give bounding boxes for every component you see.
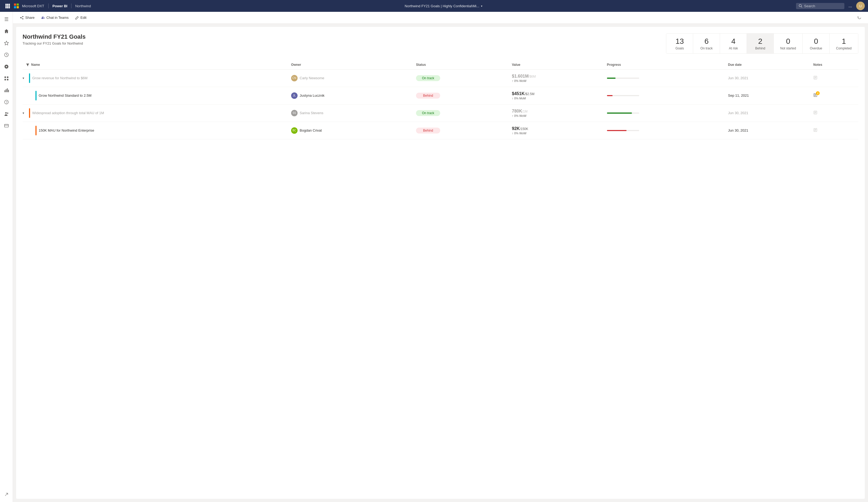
- owner-cell: JL Justyna Lucznik: [291, 92, 410, 99]
- owner-avatar: CN: [291, 75, 298, 81]
- svg-rect-19: [7, 88, 8, 92]
- value-cell: 780K/1M ↑ 0% WoW: [512, 109, 600, 117]
- svg-marker-11: [4, 41, 8, 45]
- share-button[interactable]: Share: [17, 14, 37, 21]
- sidebar-item-metrics[interactable]: [1, 85, 12, 96]
- expand-button[interactable]: ▾: [22, 76, 27, 80]
- svg-rect-1: [7, 4, 8, 5]
- search-input[interactable]: [804, 4, 836, 8]
- stat-card-not-started[interactable]: 0 Not started: [774, 33, 803, 53]
- target-value: /150K: [520, 127, 528, 131]
- sidebar-item-home[interactable]: [1, 26, 12, 37]
- stat-label: At risk: [726, 47, 740, 50]
- doc-title[interactable]: Northwind FY21 Goals | Highly Confidenti…: [93, 4, 794, 8]
- svg-line-10: [801, 7, 802, 8]
- stat-card-at-risk[interactable]: 4 At risk: [720, 33, 747, 53]
- stat-card-on-track[interactable]: 6 On track: [693, 33, 720, 53]
- stat-card-behind[interactable]: 2 Behind: [747, 33, 774, 53]
- workspace-name[interactable]: Northwind: [75, 4, 91, 8]
- sidebar-item-hamburger[interactable]: ☰: [1, 14, 12, 25]
- doc-title-chevron[interactable]: ▾: [481, 4, 482, 8]
- status-badge: Behind: [416, 93, 440, 99]
- svg-rect-0: [6, 4, 7, 5]
- main-value: $1.601M: [512, 74, 528, 79]
- stat-card-overdue[interactable]: 0 Overdue: [803, 33, 830, 53]
- app-grid-button[interactable]: [3, 2, 12, 10]
- stat-label: Overdue: [809, 47, 823, 50]
- sidebar-item-favorites[interactable]: [1, 38, 12, 48]
- sidebar-item-apps[interactable]: [1, 73, 12, 84]
- refresh-button[interactable]: [855, 13, 864, 22]
- table-row[interactable]: ▾ Widespread adoption through total MAU …: [22, 104, 858, 122]
- notes-button[interactable]: [813, 75, 817, 80]
- left-sidebar: ☰ ?: [0, 12, 13, 502]
- owner-name: Carly Newsome: [300, 76, 324, 80]
- col-owner: Owner: [288, 60, 413, 70]
- stats-cards: 13 Goals 6 On track 4 At risk 2 Behind 0…: [666, 33, 858, 54]
- col-name[interactable]: Name: [22, 60, 288, 69]
- page-title-section: Northwind FY21 Goals Tracking our FY21 G…: [22, 33, 660, 45]
- stat-card-goals[interactable]: 13 Goals: [666, 33, 693, 53]
- goal-name: Grow revenue for Northwind to $6M: [32, 76, 87, 80]
- sidebar-item-workspaces[interactable]: [1, 120, 12, 131]
- stat-num: 13: [673, 37, 686, 46]
- svg-point-9: [799, 4, 802, 7]
- main-value: $451K: [512, 91, 525, 96]
- svg-rect-8: [9, 7, 10, 8]
- sidebar-item-external[interactable]: [1, 489, 12, 500]
- stat-num: 6: [700, 37, 713, 46]
- goal-left-bar: [29, 73, 30, 83]
- value-cell: 92K/150K ↑ 0% WoW: [512, 126, 600, 135]
- svg-rect-20: [8, 90, 9, 92]
- page-subtitle: Tracking our FY21 Goals for Northwind: [22, 41, 660, 45]
- sub-nav: Share Chat in Teams Edit: [13, 12, 868, 24]
- table-row[interactable]: Grow Northwind Standard to 2.5M JL Justy…: [22, 87, 858, 104]
- user-avatar[interactable]: U: [856, 2, 865, 10]
- app-name: Power BI: [52, 4, 68, 8]
- progress-bar: [607, 113, 639, 114]
- notes-button[interactable]: [813, 128, 817, 132]
- stat-label: On track: [700, 47, 713, 50]
- notes-button[interactable]: [813, 110, 817, 115]
- svg-rect-15: [4, 79, 6, 80]
- share-label: Share: [25, 16, 35, 20]
- svg-rect-16: [7, 79, 8, 80]
- owner-name: Bogdan Crivat: [300, 129, 322, 132]
- svg-point-23: [5, 112, 7, 114]
- sidebar-item-recent[interactable]: [1, 49, 12, 60]
- svg-rect-4: [7, 6, 8, 7]
- svg-rect-13: [4, 76, 6, 78]
- main-value: 92K: [512, 126, 520, 131]
- sidebar-item-learn[interactable]: ?: [1, 97, 12, 107]
- table-row[interactable]: 150K MAU for Northwind Enterprise BC Bog…: [22, 122, 858, 139]
- goal-left-bar: [29, 108, 30, 118]
- filter-icon: [26, 63, 30, 66]
- notes-button[interactable]: 2: [813, 93, 817, 97]
- goal-name: 150K MAU for Northwind Enterprise: [39, 129, 94, 132]
- expand-button[interactable]: ▾: [22, 111, 27, 115]
- search-box[interactable]: [796, 3, 844, 9]
- owner-avatar: SS: [291, 110, 298, 116]
- notes-badge: 2: [816, 91, 820, 95]
- table-row[interactable]: ▾ Grow revenue for Northwind to $6M CN C…: [22, 69, 858, 87]
- svg-rect-5: [9, 6, 10, 7]
- svg-point-29: [22, 18, 23, 19]
- sidebar-item-create[interactable]: [1, 61, 12, 72]
- owner-avatar: BC: [291, 127, 298, 134]
- progress-bar: [607, 95, 639, 96]
- edit-button[interactable]: Edit: [73, 14, 89, 21]
- col-value: Value: [509, 60, 604, 70]
- goals-table: Name Owner Status Value Progress Due dat…: [22, 60, 858, 140]
- chat-label: Chat in Teams: [46, 16, 69, 20]
- goal-left-bar: [35, 126, 37, 135]
- stat-num: 1: [836, 37, 851, 46]
- svg-point-28: [20, 17, 21, 18]
- more-options-button[interactable]: ...: [847, 2, 854, 10]
- stat-card-completed[interactable]: 1 Completed: [830, 33, 858, 53]
- value-cell: $451K/$2.5M ↑ 0% MoM: [512, 91, 600, 100]
- refresh-icon: [857, 16, 861, 20]
- main-value: 780K: [512, 109, 522, 113]
- sidebar-item-people[interactable]: [1, 109, 12, 119]
- chat-in-teams-button[interactable]: Chat in Teams: [38, 14, 71, 21]
- progress-bar: [607, 130, 639, 131]
